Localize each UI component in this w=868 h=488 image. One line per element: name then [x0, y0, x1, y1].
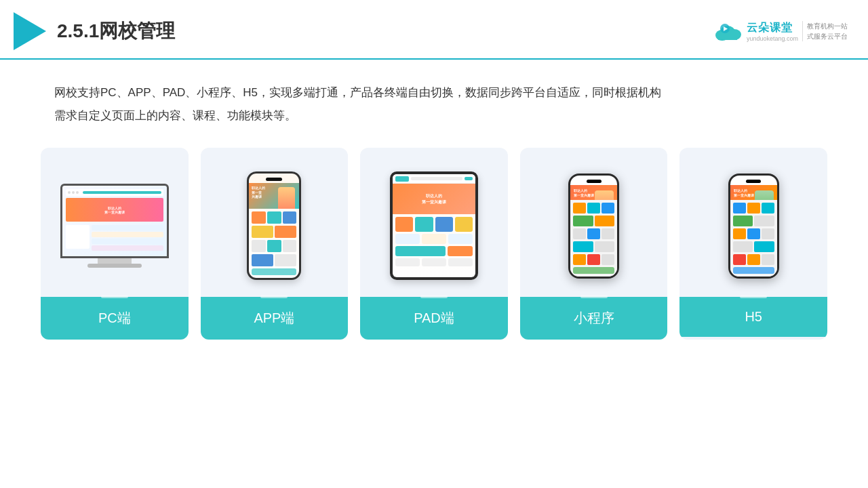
- card-pad-image: 职达人的第一堂兴趣课: [360, 148, 508, 297]
- header-left: 2.5.1网校管理: [14, 12, 175, 50]
- brand-logo: 云朵课堂 yunduoketang.com 教育机构一站 式服务云平台: [713, 21, 848, 42]
- cloud-icon: [713, 22, 743, 41]
- card-pc-label-wrapper: PC端: [41, 297, 189, 340]
- app-phone-mockup: 职达人的第一堂兴趣课: [247, 171, 301, 280]
- cards-container: 职达人的第一堂兴趣课: [0, 141, 868, 360]
- brand-url: yunduoketang.com: [747, 35, 798, 42]
- card-miniprogram: 职达人的第一堂兴趣课: [520, 148, 668, 340]
- brand-slogan-1: 教育机构一站: [807, 21, 848, 31]
- card-app-label-wrapper: APP端: [201, 297, 349, 340]
- section-number: 2.5.1: [57, 20, 99, 41]
- card-miniprogram-label-wrapper: 小程序: [520, 297, 668, 340]
- description-text: 网校支持PC、APP、PAD、小程序、H5，实现多端打通，产品各终端自由切换，数…: [54, 81, 814, 104]
- description-text-2: 需求自定义页面上的内容、课程、功能模块等。: [54, 104, 814, 127]
- header: 2.5.1网校管理 云朵课堂 yunduoketang.com 教育机构一站 式…: [0, 0, 868, 60]
- brand-logo-icon: 云朵课堂 yunduoketang.com 教育机构一站 式服务云平台: [713, 21, 848, 42]
- page-title: 2.5.1网校管理: [57, 18, 175, 44]
- card-pad: 职达人的第一堂兴趣课: [360, 148, 508, 340]
- card-pc-image: 职达人的第一堂兴趣课: [41, 148, 189, 297]
- tablet-mockup: 职达人的第一堂兴趣课: [390, 171, 478, 280]
- card-h5-image: 职达人的第一堂兴趣课: [679, 148, 827, 297]
- card-app-image: 职达人的第一堂兴趣课: [201, 148, 349, 297]
- card-app-label: APP端: [201, 297, 349, 340]
- title-text: 网校管理: [99, 20, 175, 41]
- card-pad-label-wrapper: PAD端: [360, 297, 508, 340]
- card-h5: 职达人的第一堂兴趣课: [679, 148, 827, 340]
- brand-name: 云朵课堂: [747, 21, 798, 35]
- description: 网校支持PC、APP、PAD、小程序、H5，实现多端打通，产品各终端自由切换，数…: [0, 60, 868, 141]
- h5-mockup: 职达人的第一堂兴趣课: [728, 174, 779, 279]
- card-h5-label: H5: [679, 297, 827, 337]
- miniprogram-mockup: 职达人的第一堂兴趣课: [568, 174, 619, 279]
- card-pc-label: PC端: [41, 297, 189, 340]
- pc-screen: 职达人的第一堂兴趣课: [60, 184, 169, 258]
- card-app: 职达人的第一堂兴趣课: [201, 148, 349, 340]
- card-pc: 职达人的第一堂兴趣课: [41, 148, 189, 340]
- card-pad-label: PAD端: [360, 297, 508, 340]
- play-icon: [14, 12, 46, 50]
- svg-rect-3: [718, 34, 737, 40]
- card-miniprogram-label: 小程序: [520, 297, 668, 340]
- card-h5-label-wrapper: H5: [679, 297, 827, 337]
- card-miniprogram-image: 职达人的第一堂兴趣课: [520, 148, 668, 297]
- pc-mockup: 职达人的第一堂兴趣课: [60, 184, 169, 268]
- brand-slogan-2: 式服务云平台: [807, 31, 848, 41]
